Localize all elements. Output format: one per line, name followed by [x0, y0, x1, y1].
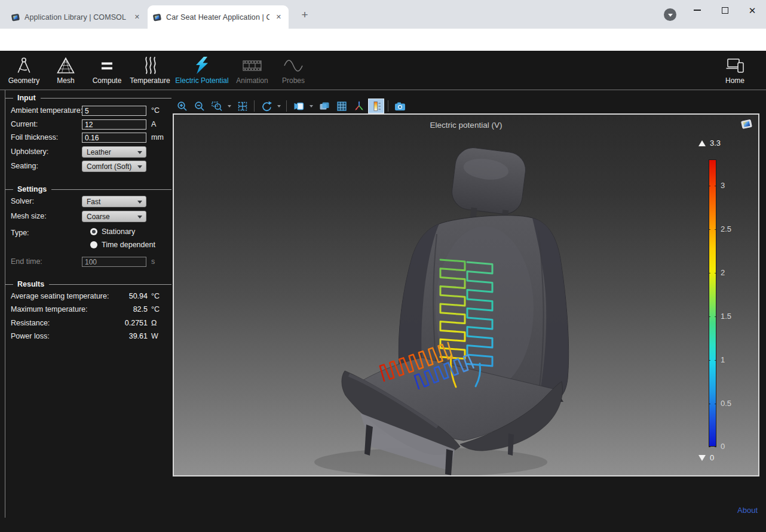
current-unit: A: [151, 120, 156, 128]
legend-min-marker: 0: [698, 453, 714, 462]
ribbon-home-button[interactable]: Home: [696, 56, 766, 85]
result-unit: °C: [151, 292, 160, 300]
radio-selected-icon: [90, 228, 97, 235]
color-legend-toggle-icon[interactable]: [368, 99, 384, 113]
legend-tick: 2.5: [721, 225, 731, 233]
section-settings-title: Settings: [5, 185, 171, 193]
end-time-label: End time:: [11, 257, 42, 266]
result-label: Resistance:: [11, 319, 50, 327]
seat-3d-view[interactable]: [174, 115, 758, 475]
chevron-down-icon[interactable]: [310, 105, 313, 107]
scene-light-icon[interactable]: [290, 99, 307, 113]
zoom-out-icon[interactable]: [191, 99, 207, 113]
seating-value: Comfort (Soft): [87, 162, 131, 171]
ambient-temperature-label: Ambient temperature:: [11, 106, 82, 115]
tab-close-icon[interactable]: ✕: [274, 12, 284, 22]
graphics-canvas[interactable]: Electric potential (V) 3.3 3 2.5 2 1.5 1…: [173, 113, 759, 476]
legend-min-value: 0: [710, 453, 714, 462]
time-dependent-radio[interactable]: Time dependent: [90, 241, 155, 249]
legend-max-value: 3.3: [710, 139, 721, 147]
comsol-favicon: [11, 13, 20, 22]
ribbon-label: Home: [725, 76, 744, 85]
about-link[interactable]: About: [737, 506, 758, 515]
result-value: 50.94: [82, 292, 148, 300]
browser-update-icon[interactable]: [664, 8, 676, 21]
mesh-size-dropdown[interactable]: Coarse: [82, 211, 146, 222]
result-label: Power loss:: [11, 332, 50, 340]
result-value: 39.61: [82, 332, 148, 340]
result-unit: Ω: [151, 319, 157, 327]
result-unit: °C: [151, 305, 160, 313]
zoom-in-icon[interactable]: [174, 99, 190, 113]
radio-icon: [90, 241, 97, 248]
legend-tick: 3: [721, 181, 725, 190]
foil-thickness-field[interactable]: [82, 133, 146, 143]
result-value: 82.5: [82, 305, 148, 313]
foil-thickness-label: Foil thickness:: [11, 133, 58, 142]
legend-tick: 2: [721, 268, 725, 277]
ribbon-label: Probes: [282, 76, 305, 85]
legend-tick: 0: [721, 442, 725, 451]
zoom-box-icon[interactable]: [209, 99, 225, 113]
window-minimize-button[interactable]: [685, 2, 710, 19]
ribbon-probes-button: Probes: [255, 56, 332, 85]
chevron-down-icon: [137, 165, 142, 168]
comsol-favicon: [152, 13, 162, 22]
browser-tab-bar: Application Library | COMSOL Se ✕ Car Se…: [0, 0, 766, 29]
time-dependent-label: Time dependent: [102, 241, 155, 249]
chevron-down-icon: [137, 151, 142, 154]
min-triangle-icon: [698, 455, 706, 461]
upholstery-value: Leather: [87, 148, 111, 156]
tab-close-icon[interactable]: ✕: [132, 12, 142, 22]
browser-url-bar: comsol.com/server-demo/app/car_seat_heat…: [0, 29, 766, 51]
toolbar-separator: [388, 100, 388, 112]
settings-sidebar: Input Ambient temperature: °C Current: A…: [5, 90, 171, 518]
legend-tick: 1: [721, 355, 725, 364]
toolbar-separator: [286, 100, 287, 112]
mesh-size-value: Coarse: [87, 213, 110, 221]
solver-value: Fast: [87, 198, 100, 206]
window-close-button[interactable]: ✕: [740, 2, 765, 19]
mesh-size-label: Mesh size:: [11, 212, 47, 220]
tab-title: Car Seat Heater Application | CO: [166, 13, 269, 21]
grid-icon[interactable]: [333, 99, 350, 113]
stationary-radio[interactable]: Stationary: [90, 227, 135, 236]
reset-view-icon[interactable]: [258, 99, 274, 113]
ambient-temperature-unit: °C: [151, 106, 160, 115]
end-time-unit: s: [151, 257, 155, 266]
current-field[interactable]: [82, 119, 146, 130]
max-triangle-icon: [698, 140, 706, 146]
tab-application-library[interactable]: Application Library | COMSOL Se ✕: [6, 5, 147, 29]
probes-wave-icon: [283, 56, 304, 76]
graphics-toolbar: [174, 98, 408, 114]
seating-label: Seating:: [11, 162, 38, 170]
type-label: Type:: [11, 229, 29, 237]
plot-title: Electric potential (V): [174, 121, 758, 130]
solver-label: Solver:: [11, 197, 34, 205]
window-maximize-button[interactable]: [712, 2, 737, 19]
tab-car-seat-heater[interactable]: Car Seat Heater Application | CO ✕: [148, 5, 289, 29]
snapshot-camera-icon[interactable]: [392, 99, 408, 113]
legend-tick: 0.5: [721, 399, 731, 408]
chevron-down-icon[interactable]: [228, 105, 231, 107]
seating-dropdown[interactable]: Comfort (Soft): [82, 161, 146, 172]
temperature-waves-icon: [140, 56, 160, 76]
section-results-title: Results: [5, 280, 171, 288]
axes-icon[interactable]: [351, 99, 367, 113]
solver-dropdown[interactable]: Fast: [82, 196, 146, 207]
legend-max-marker: 3.3: [698, 139, 721, 147]
stationary-label: Stationary: [102, 227, 135, 236]
chevron-down-icon: [137, 201, 142, 204]
transparency-icon[interactable]: [316, 99, 332, 113]
legend-tick: 1.5: [721, 312, 731, 321]
new-tab-button[interactable]: +: [298, 8, 312, 22]
zoom-extents-icon[interactable]: [234, 99, 250, 113]
app-ribbon: Geometry Mesh Compute Temperature: [0, 51, 766, 90]
tab-title: Application Library | COMSOL Se: [24, 13, 128, 21]
comsol-logo: [740, 118, 754, 131]
chevron-down-icon[interactable]: [277, 105, 281, 107]
upholstery-dropdown[interactable]: Leather: [82, 146, 146, 158]
section-input-title: Input: [5, 94, 171, 102]
ambient-temperature-field[interactable]: [82, 106, 146, 116]
result-label: Maximum temperature:: [11, 305, 88, 313]
